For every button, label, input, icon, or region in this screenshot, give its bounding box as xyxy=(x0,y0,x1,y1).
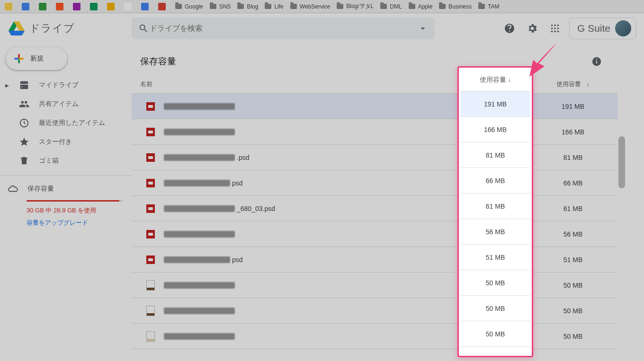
image-file-icon xyxy=(146,127,155,137)
svg-point-5 xyxy=(557,27,559,29)
file-size: 191 MB xyxy=(540,103,606,110)
sidebar-item-trash[interactable]: ゴミ箱 xyxy=(0,151,132,170)
highlight-size-cell: 50 MB xyxy=(460,270,530,296)
sidebar-item-mydrive[interactable]: ▶ マイドライブ xyxy=(0,76,132,95)
bookmark-item[interactable]: Blog xyxy=(237,3,258,10)
file-size: 66 MB xyxy=(540,179,606,187)
svg-point-6 xyxy=(551,31,553,33)
highlight-size-cell: 51 MB xyxy=(460,245,530,270)
bookmark-item[interactable] xyxy=(141,3,152,10)
search-dropdown-icon[interactable] xyxy=(418,23,428,34)
highlight-size-cell: 66 MB xyxy=(460,168,530,194)
gsuite-account[interactable]: G Suite xyxy=(569,18,636,39)
svg-point-1 xyxy=(554,25,556,26)
search-icon xyxy=(138,23,149,34)
bookmark-item[interactable] xyxy=(5,3,15,10)
drive-logo[interactable]: ドライブ xyxy=(9,21,132,35)
bookmark-item[interactable] xyxy=(124,3,134,10)
bookmark-item[interactable]: Google xyxy=(175,3,203,10)
highlight-size-cell: 61 MB xyxy=(460,194,530,219)
main-content: 保存容量 名前 使用容量 ↓ 191 MB166 MB.psd81 MBpsd6… xyxy=(132,44,644,361)
annotation-arrow xyxy=(516,40,564,87)
new-button-label: 新規 xyxy=(30,54,44,63)
help-button[interactable] xyxy=(500,19,519,38)
file-row[interactable]: 56 MB xyxy=(132,221,617,247)
page-title: 保存容量 xyxy=(140,55,176,68)
highlight-size-cell: 50 MB xyxy=(460,321,530,347)
file-row[interactable]: psd66 MB xyxy=(132,170,617,196)
people-icon xyxy=(19,99,29,109)
bookmark-item[interactable] xyxy=(107,3,117,10)
bookmark-item[interactable]: Apple xyxy=(409,3,433,10)
sidebar-item-storage[interactable]: 保存容量 xyxy=(0,179,132,198)
svg-point-8 xyxy=(557,31,559,33)
file-row[interactable]: 191 MB xyxy=(132,94,617,119)
apps-grid-icon xyxy=(550,23,560,34)
sidebar-separator xyxy=(0,175,132,176)
highlight-size-cell: 81 MB xyxy=(460,142,530,168)
apps-button[interactable] xyxy=(546,19,564,38)
sidebar-item-label: 最近使用したアイテム xyxy=(39,119,105,127)
highlight-size-cell: 191 MB xyxy=(460,91,530,117)
bookmark-item[interactable]: Blog/ヲタL xyxy=(337,2,374,10)
bookmark-item[interactable] xyxy=(56,3,66,10)
file-row[interactable]: 166 MB xyxy=(132,119,617,145)
file-row[interactable]: _680_03.psd61 MB xyxy=(132,196,617,221)
svg-point-7 xyxy=(554,31,556,33)
file-row[interactable]: 50 MB xyxy=(132,273,617,298)
sidebar-item-label: マイドライブ xyxy=(39,81,79,89)
avatar[interactable] xyxy=(615,20,631,36)
file-row[interactable]: 50 MB xyxy=(132,324,617,349)
upgrade-storage-link[interactable]: 容量をアップグレード xyxy=(0,219,132,227)
brand-name: ドライブ xyxy=(29,21,75,35)
svg-point-3 xyxy=(551,27,553,29)
image-file-icon xyxy=(146,229,155,239)
help-icon xyxy=(504,23,515,34)
sort-arrow-icon: ↓ xyxy=(587,80,590,88)
plus-icon xyxy=(13,53,25,64)
sidebar-item-recent[interactable]: 最近使用したアイテム xyxy=(0,114,132,132)
file-row[interactable]: psd51 MB xyxy=(132,247,617,273)
bookmark-item[interactable] xyxy=(73,3,83,10)
bookmark-item[interactable] xyxy=(90,3,100,10)
bookmark-item[interactable]: Life xyxy=(265,3,283,10)
image-file-icon xyxy=(146,153,155,162)
sidebar-item-shared[interactable]: 共有アイテム xyxy=(0,95,132,114)
file-list: 191 MB166 MB.psd81 MBpsd66 MB_680_03.psd… xyxy=(132,94,617,349)
info-button[interactable] xyxy=(587,52,606,71)
search-box[interactable] xyxy=(132,18,435,39)
svg-point-0 xyxy=(551,25,553,26)
file-size: 50 MB xyxy=(540,282,606,289)
highlight-size-cell: 50 MB xyxy=(460,296,530,321)
bookmark-item[interactable] xyxy=(22,3,32,10)
search-input[interactable] xyxy=(149,24,418,33)
file-row[interactable]: .psd81 MB xyxy=(132,145,617,170)
bookmark-item[interactable]: WebService xyxy=(290,3,330,10)
cloud-icon xyxy=(8,184,18,194)
bookmark-item[interactable]: SNS xyxy=(210,3,231,10)
image-file-icon xyxy=(146,102,155,111)
file-row[interactable]: 50 MB xyxy=(132,298,617,324)
image-file-icon xyxy=(146,255,155,264)
info-icon xyxy=(591,56,602,67)
svg-point-2 xyxy=(557,25,559,26)
bookmark-item[interactable]: TAM xyxy=(478,3,499,10)
file-size: 81 MB xyxy=(540,154,606,161)
bookmark-item[interactable] xyxy=(39,3,49,10)
sidebar: 新規 ▶ マイドライブ 共有アイテム 最近使用したアイテム スター付き xyxy=(0,44,132,361)
new-button[interactable]: 新規 xyxy=(6,47,67,70)
file-size: 61 MB xyxy=(540,205,606,212)
storage-quota-text: 30 GB 中 28.9 GB を使用 xyxy=(0,206,132,215)
svg-rect-11 xyxy=(596,61,597,63)
star-icon xyxy=(19,137,29,147)
settings-button[interactable] xyxy=(523,19,542,38)
bookmark-item[interactable]: DML xyxy=(380,3,402,10)
bookmark-item[interactable] xyxy=(158,3,169,10)
bookmark-item[interactable]: Business xyxy=(439,3,472,10)
trash-icon xyxy=(19,156,29,166)
scrollbar-thumb[interactable] xyxy=(618,136,625,188)
sidebar-item-starred[interactable]: スター付き xyxy=(0,132,132,151)
document-file-icon xyxy=(146,332,155,341)
sidebar-item-label: 共有アイテム xyxy=(39,100,79,108)
drive-header: ドライブ G Suite xyxy=(0,13,644,44)
